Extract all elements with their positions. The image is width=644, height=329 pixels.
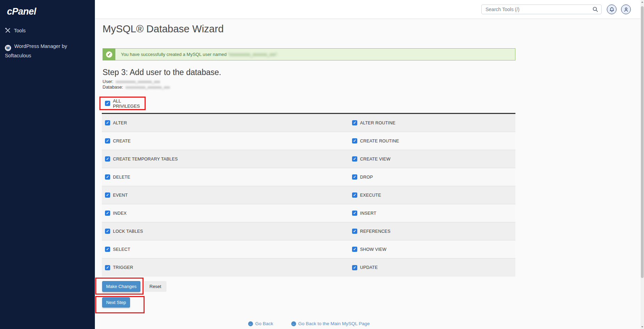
table-row: ✓ SELECT ✓ SHOW VIEW [102, 240, 515, 258]
privilege-checkbox[interactable]: ✓ [105, 156, 110, 162]
privilege-checkbox[interactable]: ✓ [352, 192, 357, 198]
footer-links: ← Go Back ← Go Back to the Main MySQL Pa… [103, 321, 515, 326]
privilege-label: SHOW VIEW [360, 247, 386, 252]
privilege-checkbox[interactable]: ✓ [105, 211, 110, 216]
all-privileges-label: ALL PRIVILEGES [113, 98, 145, 109]
action-buttons-row: Make Changes Reset [103, 278, 515, 295]
search-input[interactable] [485, 6, 593, 13]
next-step-button[interactable]: Next Step [102, 297, 130, 307]
page-title: MySQL® Database Wizard [103, 23, 515, 35]
privilege-checkbox[interactable]: ✓ [352, 120, 357, 125]
privilege-label: CREATE [113, 139, 131, 143]
sidebar-nav: Tools WWordPress Manager by Softaculous [0, 23, 95, 63]
back-arrow-icon: ← [248, 321, 253, 326]
scrollbar-up-arrow[interactable] [641, 1, 643, 3]
search-box [481, 5, 602, 14]
success-message: You have successfully created a MySQL us… [121, 52, 227, 57]
table-row: ✓ INDEX ✓ INSERT [102, 204, 515, 222]
bell-icon [609, 7, 614, 12]
tools-icon [5, 27, 11, 36]
privilege-label: INSERT [360, 211, 376, 216]
table-row: ✓ DELETE ✓ DROP [102, 168, 515, 186]
privilege-checkbox[interactable]: ✓ [352, 247, 357, 252]
step-heading: Step 3: Add user to the database. [103, 68, 515, 77]
privilege-label: INDEX [113, 211, 127, 216]
privilege-label: UPDATE [360, 265, 378, 270]
vertical-scrollbar[interactable] [641, 0, 644, 329]
success-banner: ✓ You have successfully created a MySQL … [103, 48, 515, 60]
search-icon[interactable] [593, 7, 598, 12]
database-line: Database: xxxxxxxxxx_xxxxxxx_xxx [103, 84, 515, 90]
privilege-checkbox[interactable]: ✓ [352, 229, 357, 234]
redacted-username-blur: “xxxxxxxxxx_xxxxxxx_xxx”. [228, 52, 278, 57]
table-row: ✓ CREATE TEMPORARY TABLES ✓ CREATE VIEW [102, 150, 515, 168]
go-back-main-mysql-label: Go Back to the Main MySQL Page [298, 321, 370, 326]
success-banner-stripe: ✓ [103, 49, 115, 60]
table-row: ✓ ALTER ✓ ALTER ROUTINE [102, 114, 515, 132]
privilege-label: LOCK TABLES [113, 229, 143, 234]
table-row: ✓ EVENT ✓ EXECUTE [102, 186, 515, 204]
privilege-label: EXECUTE [360, 193, 381, 198]
topbar [95, 0, 644, 19]
sidebar-item-wordpress-manager[interactable]: WWordPress Manager by Softaculous [0, 39, 95, 63]
privilege-checkbox[interactable]: ✓ [352, 211, 357, 216]
privilege-checkbox[interactable]: ✓ [352, 174, 357, 180]
main-content: MySQL® Database Wizard ✓ You have succes… [95, 19, 644, 329]
make-changes-button[interactable]: Make Changes [102, 281, 140, 292]
redacted-user-value-blur: xxxxxxxxxx_xxxxxxx_xxx [116, 80, 160, 84]
back-arrow-icon: ← [291, 321, 296, 326]
sidebar: cPanel Tools WWordPress Manager by Softa… [0, 0, 95, 329]
wordpress-icon: W [5, 45, 11, 51]
privilege-label: CREATE TEMPORARY TABLES [113, 157, 178, 162]
privilege-label: DELETE [113, 175, 130, 180]
privilege-checkbox[interactable]: ✓ [105, 138, 110, 143]
table-row: ✓ TRIGGER ✓ UPDATE [102, 258, 515, 277]
privilege-checkbox[interactable]: ✓ [105, 192, 110, 198]
notifications-button[interactable] [607, 5, 617, 14]
privilege-checkbox[interactable]: ✓ [105, 174, 110, 180]
privilege-label: ALTER ROUTINE [360, 121, 396, 125]
cpanel-logo[interactable]: cPanel [7, 6, 95, 17]
all-privileges-checkbox[interactable]: ✓ [105, 101, 110, 106]
privilege-label: SELECT [113, 247, 130, 252]
success-check-icon: ✓ [106, 51, 112, 58]
privilege-label: REFERENCES [360, 229, 390, 234]
sidebar-item-label: WordPress Manager by Softaculous [5, 43, 67, 58]
privilege-checkbox[interactable]: ✓ [105, 247, 110, 252]
all-privileges-highlight-box: ✓ ALL PRIVILEGES [99, 97, 146, 110]
redacted-database-value-blur: xxxxxxxxxx_xxxxxxx_xxx [125, 85, 170, 89]
go-back-main-mysql-link[interactable]: ← Go Back to the Main MySQL Page [291, 321, 370, 326]
database-label: Database: [103, 84, 123, 90]
sidebar-item-label: Tools [14, 28, 26, 33]
privilege-checkbox[interactable]: ✓ [105, 265, 110, 270]
privilege-label: EVENT [113, 193, 128, 198]
privilege-checkbox[interactable]: ✓ [352, 156, 357, 162]
user-line: User: xxxxxxxxxx_xxxxxxx_xxx [103, 79, 515, 84]
privilege-label: DROP [360, 175, 373, 180]
reset-button[interactable]: Reset [144, 281, 166, 292]
privilege-label: ALTER [113, 121, 127, 125]
go-back-label: Go Back [255, 321, 273, 326]
table-row: ✓ CREATE ✓ CREATE ROUTINE [102, 132, 515, 150]
sidebar-item-tools[interactable]: Tools [0, 23, 95, 39]
privilege-checkbox[interactable]: ✓ [105, 229, 110, 234]
next-step-row: Next Step [103, 296, 515, 313]
table-row: ✓ LOCK TABLES ✓ REFERENCES [102, 222, 515, 240]
scrollbar-thumb[interactable] [641, 6, 644, 278]
privileges-table: ✓ ALTER ✓ ALTER ROUTINE ✓ CREATE ✓ CREAT… [102, 113, 515, 277]
account-button[interactable] [621, 5, 631, 14]
privilege-label: CREATE ROUTINE [360, 139, 399, 143]
privilege-label: CREATE VIEW [360, 157, 390, 162]
go-back-link[interactable]: ← Go Back [248, 321, 273, 326]
privilege-label: TRIGGER [113, 265, 133, 270]
privilege-checkbox[interactable]: ✓ [352, 265, 357, 270]
scrollbar-down-arrow[interactable] [641, 326, 643, 328]
privilege-checkbox[interactable]: ✓ [352, 138, 357, 143]
user-icon [623, 7, 629, 12]
user-label: User: [103, 79, 113, 84]
privilege-checkbox[interactable]: ✓ [105, 120, 110, 125]
